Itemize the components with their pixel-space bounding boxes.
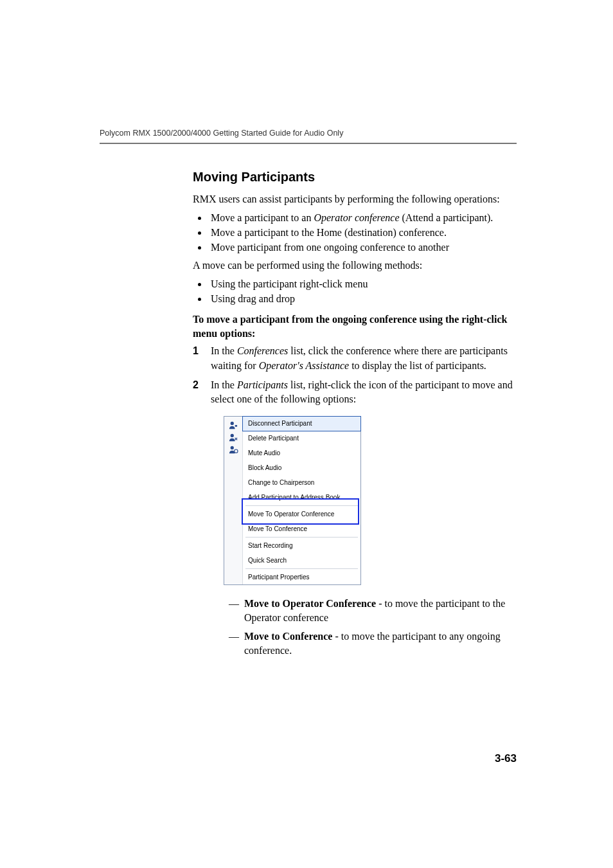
- list-item: Move to Conference - to move the partici…: [229, 629, 517, 658]
- callout-box: [242, 498, 359, 525]
- option-name: Move to Conference: [244, 631, 332, 642]
- svg-point-0: [231, 422, 234, 425]
- page: Polycom RMX 1500/2000/4000 Getting Start…: [0, 0, 613, 868]
- svg-point-2: [231, 434, 234, 437]
- text: In the: [211, 379, 237, 390]
- italic-text: Operator's Assistance: [259, 360, 349, 371]
- text: Move a participant to an: [211, 212, 314, 223]
- participant-mute-icon: [228, 445, 238, 454]
- list-item: Move a participant to an Operator confer…: [208, 210, 517, 225]
- section-title: Moving Participants: [193, 170, 517, 185]
- text: Move a participant to the Home (destinat…: [211, 227, 447, 238]
- page-number: 3-63: [495, 752, 517, 765]
- options-list: Move to Operator Conference - to move th…: [211, 597, 517, 658]
- methods-intro: A move can be performed using the follow…: [193, 258, 517, 273]
- menu-item-mute[interactable]: Mute Audio: [243, 446, 360, 460]
- menu-item-delete[interactable]: Delete Participant: [243, 431, 360, 446]
- list-item: Move participant from one ongoing confer…: [208, 240, 517, 255]
- operations-list: Move a participant to an Operator confer…: [193, 210, 517, 255]
- option-name: Move to Operator Conference: [244, 598, 376, 609]
- menu-item-start-recording[interactable]: Start Recording: [243, 538, 360, 553]
- svg-point-3: [231, 446, 234, 449]
- header-rule: [100, 143, 517, 144]
- menu-item-properties[interactable]: Participant Properties: [243, 570, 360, 584]
- menu-item-chairperson[interactable]: Change to Chairperson: [243, 475, 360, 490]
- participant-icon: [228, 420, 238, 429]
- running-header: Polycom RMX 1500/2000/4000 Getting Start…: [100, 129, 517, 138]
- menu-icon-gutter: [224, 417, 243, 584]
- italic-text: Participants: [237, 379, 288, 390]
- text: In the: [211, 345, 237, 356]
- italic-text: Conferences: [237, 345, 288, 356]
- list-item: Using the participant right-click menu: [208, 276, 517, 291]
- text: Move participant from one ongoing confer…: [211, 242, 449, 253]
- text: (Attend a participant).: [400, 212, 493, 223]
- step-2: In the Participants list, right-click th…: [193, 378, 517, 658]
- svg-point-4: [235, 449, 238, 453]
- italic-text: Operator conference: [314, 212, 399, 223]
- methods-list: Using the participant right-click menu U…: [193, 276, 517, 306]
- list-item: Using drag and drop: [208, 291, 517, 306]
- menu-item-quick-search[interactable]: Quick Search: [243, 553, 360, 568]
- step-1: In the Conferences list, click the confe…: [193, 344, 517, 373]
- text: to display the list of participants.: [349, 360, 486, 371]
- menu-item-block[interactable]: Block Audio: [243, 460, 360, 475]
- procedure-heading: To move a participant from the ongoing c…: [193, 312, 517, 340]
- intro-paragraph: RMX users can assist participants by per…: [193, 192, 517, 206]
- menu-separator: [245, 568, 358, 569]
- steps-list: In the Conferences list, click the confe…: [193, 344, 517, 658]
- list-item: Move to Operator Conference - to move th…: [229, 597, 517, 626]
- svg-rect-1: [235, 425, 238, 427]
- list-item: Move a participant to the Home (destinat…: [208, 225, 517, 240]
- context-menu-figure: Disconnect Participant Delete Participan…: [211, 416, 517, 585]
- menu-item-disconnect[interactable]: Disconnect Participant: [242, 416, 361, 431]
- content-area: Moving Participants RMX users can assist…: [193, 170, 517, 658]
- participant-delete-icon: [228, 433, 238, 442]
- menu-separator: [245, 537, 358, 538]
